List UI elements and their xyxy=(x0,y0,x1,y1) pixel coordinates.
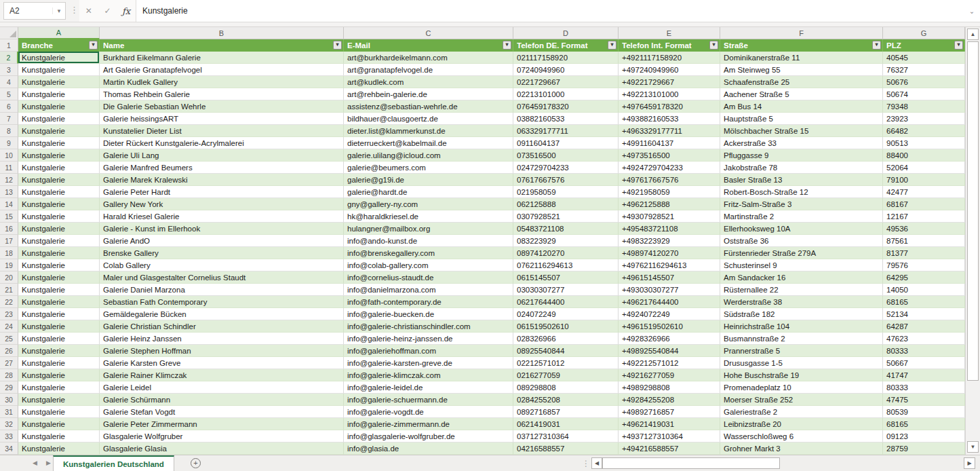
cell[interactable]: info@galerie-vogdt.de xyxy=(344,406,513,418)
cell[interactable]: Galerie Daniel Marzona xyxy=(100,284,344,296)
cell[interactable]: 0892716857 xyxy=(513,406,619,418)
cell[interactable]: Galerie Stefan Vogdt xyxy=(100,406,344,418)
cell[interactable]: 50667 xyxy=(883,357,965,369)
cell[interactable]: Galerie Heinz Janssen xyxy=(100,333,344,345)
cell[interactable]: Heinrichstraße 104 xyxy=(720,320,883,333)
cell[interactable]: 073516500 xyxy=(513,149,619,162)
cell[interactable]: info@galerie-zimmermann.de xyxy=(344,418,513,430)
row-number[interactable]: 30 xyxy=(0,394,18,406)
cell[interactable]: Am Sandacker 16 xyxy=(720,271,883,284)
cell[interactable]: Kunstgalerie xyxy=(18,442,100,455)
cell[interactable]: Kunstgalerie xyxy=(18,247,100,259)
filter-dropdown-icon[interactable]: ▾ xyxy=(709,41,718,50)
cell[interactable]: Galerie Marek Kralewski xyxy=(100,174,344,186)
enter-icon[interactable]: ✓ xyxy=(99,6,115,16)
cell[interactable]: 0615145507 xyxy=(513,271,619,284)
cell[interactable]: Kunstgalerie xyxy=(18,320,100,333)
column-header[interactable]: Telefon DE. Format▾ xyxy=(513,39,619,52)
filter-dropdown-icon[interactable]: ▾ xyxy=(503,41,511,50)
cell[interactable]: Moerser Straße 252 xyxy=(720,394,883,406)
cell[interactable]: 47475 xyxy=(883,394,965,406)
cell[interactable]: 50674 xyxy=(883,88,965,100)
cell[interactable]: Martinstraße 2 xyxy=(720,210,883,223)
cell[interactable]: bildhauer@clausgoertz.de xyxy=(344,113,513,125)
row-number[interactable]: 5 xyxy=(0,88,18,100)
cell[interactable]: galerie@g19i.de xyxy=(344,174,513,186)
cell[interactable]: info@danielmarzona.com xyxy=(344,284,513,296)
cell[interactable]: 40545 xyxy=(883,52,965,64)
cell[interactable]: Kunstgalerie xyxy=(18,381,100,394)
cell[interactable]: Kunstgalerie xyxy=(18,418,100,430)
row-number[interactable]: 15 xyxy=(0,210,18,223)
row-number[interactable]: 12 xyxy=(0,174,18,186)
cell[interactable]: Thomas Rehbein Galerie xyxy=(100,88,344,100)
name-box-dropdown-icon[interactable]: ▾ xyxy=(52,7,65,14)
cell[interactable]: 52064 xyxy=(883,162,965,174)
sheet-nav-left-icon[interactable]: ◀ xyxy=(33,459,37,466)
cell[interactable]: art@burkhardeikelmann.com xyxy=(344,52,513,64)
cell[interactable]: 02212571012 xyxy=(513,357,619,369)
row-number[interactable]: 26 xyxy=(0,345,18,357)
row-number[interactable]: 22 xyxy=(0,296,18,308)
cell[interactable]: +493882160533 xyxy=(619,113,720,125)
cell[interactable]: Kunstgalerie xyxy=(18,406,100,418)
cell[interactable]: dieterrueckert@kabelmail.de xyxy=(344,137,513,149)
cell[interactable]: art@kudlek.com xyxy=(344,76,513,88)
column-letter-F[interactable]: F xyxy=(720,27,883,39)
cell[interactable]: 0307928521 xyxy=(513,210,619,223)
column-header[interactable]: Straße▾ xyxy=(720,39,883,52)
cell[interactable]: 063329177711 xyxy=(513,125,619,137)
row-number[interactable]: 2 xyxy=(0,52,18,64)
cell[interactable]: info@colab-gallery.com xyxy=(344,259,513,271)
row-number[interactable]: 31 xyxy=(0,406,18,418)
cell[interactable]: Glasgalerie Glasia xyxy=(100,442,344,455)
sheet-tab-active[interactable]: Kunstgalerien Deutschland xyxy=(53,455,174,471)
cell[interactable]: Galerie Christian Schindler xyxy=(100,320,344,333)
cell[interactable]: Hohe Buschstraße 19 xyxy=(720,369,883,381)
add-sheet-button[interactable]: + xyxy=(191,458,201,468)
cell[interactable]: Kunstgalerie xyxy=(18,162,100,174)
cell[interactable]: 66482 xyxy=(883,125,965,137)
cell[interactable]: art@rehbein-galerie.de xyxy=(344,88,513,100)
column-header[interactable]: Branche▾ xyxy=(18,39,100,52)
cell[interactable]: +497617667576 xyxy=(619,174,720,186)
cell[interactable]: +4962125888 xyxy=(619,198,720,210)
cell[interactable]: 076459178320 xyxy=(513,100,619,113)
cell[interactable]: Mölschbacher Straße 15 xyxy=(720,125,883,137)
cell[interactable]: info@galerie-christianschindler.com xyxy=(344,320,513,333)
cell[interactable]: Kunstgalerie xyxy=(18,284,100,296)
cell[interactable]: info@glasia.de xyxy=(344,442,513,455)
scroll-left-icon[interactable]: ◀ xyxy=(591,457,602,469)
row-number[interactable]: 27 xyxy=(0,357,18,369)
cell[interactable]: 64287 xyxy=(883,320,965,333)
cell[interactable]: 68165 xyxy=(883,296,965,308)
cell[interactable]: +4973516500 xyxy=(619,149,720,162)
row-number[interactable]: 28 xyxy=(0,369,18,381)
column-letter-D[interactable]: D xyxy=(513,27,619,39)
cell[interactable]: +494216588557 xyxy=(619,442,720,455)
cell[interactable]: Fürstenrieder Straße 279A xyxy=(720,247,883,259)
cell[interactable]: Colab Gallery xyxy=(100,259,344,271)
cell[interactable]: +4983223929 xyxy=(619,235,720,247)
cell[interactable]: +4921958059 xyxy=(619,186,720,198)
cell[interactable]: hulangner@mailbox.org xyxy=(344,223,513,235)
cell[interactable]: info@fath-contemporary.de xyxy=(344,296,513,308)
cell[interactable]: +4924072249 xyxy=(619,308,720,320)
cell[interactable]: 76327 xyxy=(883,64,965,76)
cell[interactable]: Gallery New York xyxy=(100,198,344,210)
cell[interactable]: +49762116294613 xyxy=(619,259,720,271)
cell[interactable]: +493030307277 xyxy=(619,284,720,296)
cell[interactable]: info@galerie-schuermann.de xyxy=(344,394,513,406)
cell[interactable]: Hauptstraße 5 xyxy=(720,113,883,125)
column-letter-G[interactable]: G xyxy=(883,27,965,39)
filter-dropdown-icon[interactable]: ▾ xyxy=(333,41,342,50)
row-number[interactable]: 9 xyxy=(0,137,18,149)
cell[interactable]: assistenz@sebastian-wehrle.de xyxy=(344,100,513,113)
scrollbar-drag-dots-icon[interactable]: ⋮ xyxy=(582,459,590,468)
formula-expand-icon[interactable]: ⌄ xyxy=(964,7,980,15)
cell[interactable]: Art Galerie Granatapfelvogel xyxy=(100,64,344,76)
row-number[interactable]: 11 xyxy=(0,162,18,174)
cell[interactable]: +49284255208 xyxy=(619,394,720,406)
cell[interactable]: Kunstgalerie xyxy=(18,125,100,137)
cell[interactable]: +492212571012 xyxy=(619,357,720,369)
